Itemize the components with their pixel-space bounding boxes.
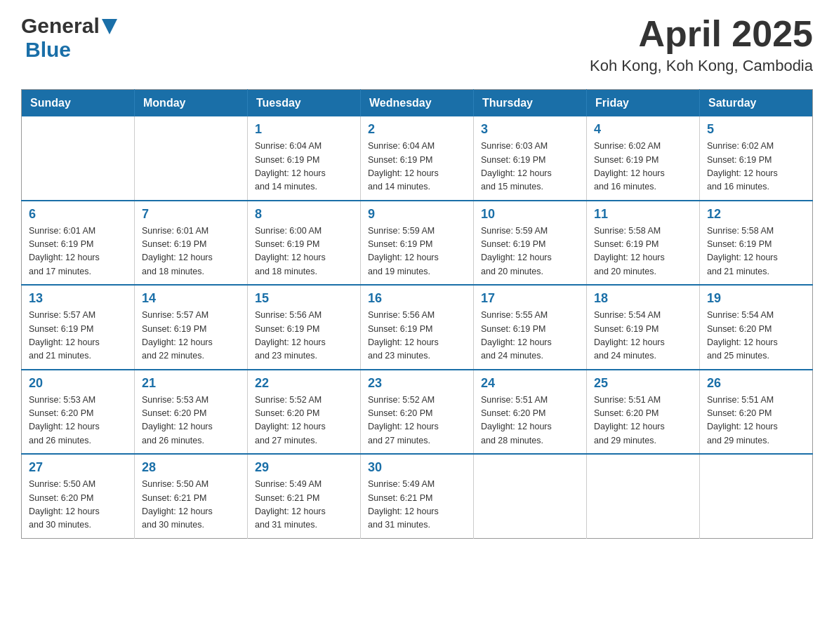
day-info: Sunrise: 5:56 AM Sunset: 6:19 PM Dayligh… <box>368 309 466 363</box>
calendar-cell: 19Sunrise: 5:54 AM Sunset: 6:20 PM Dayli… <box>700 285 813 370</box>
calendar-cell: 17Sunrise: 5:55 AM Sunset: 6:19 PM Dayli… <box>474 285 587 370</box>
day-info: Sunrise: 5:59 AM Sunset: 6:19 PM Dayligh… <box>368 224 466 279</box>
day-number: 28 <box>142 460 240 475</box>
weekday-header-thursday: Thursday <box>474 90 587 117</box>
day-number: 8 <box>255 207 353 222</box>
calendar-cell: 3Sunrise: 6:03 AM Sunset: 6:19 PM Daylig… <box>474 116 587 201</box>
day-number: 13 <box>29 291 127 306</box>
day-number: 29 <box>255 460 353 475</box>
day-info: Sunrise: 5:55 AM Sunset: 6:19 PM Dayligh… <box>481 309 579 363</box>
day-info: Sunrise: 6:00 AM Sunset: 6:19 PM Dayligh… <box>255 224 353 279</box>
day-number: 30 <box>368 460 466 475</box>
day-info: Sunrise: 5:59 AM Sunset: 6:19 PM Dayligh… <box>481 224 579 279</box>
calendar-cell: 29Sunrise: 5:49 AM Sunset: 6:21 PM Dayli… <box>248 454 361 538</box>
calendar-cell: 6Sunrise: 6:01 AM Sunset: 6:19 PM Daylig… <box>22 201 135 286</box>
day-number: 16 <box>368 291 466 306</box>
day-number: 6 <box>29 207 127 222</box>
svg-marker-0 <box>102 19 117 34</box>
day-number: 11 <box>594 207 692 222</box>
weekday-header-row: SundayMondayTuesdayWednesdayThursdayFrid… <box>22 90 813 117</box>
day-info: Sunrise: 6:02 AM Sunset: 6:19 PM Dayligh… <box>594 140 692 194</box>
calendar-cell: 18Sunrise: 5:54 AM Sunset: 6:19 PM Dayli… <box>587 285 700 370</box>
day-number: 20 <box>29 376 127 391</box>
calendar-cell: 16Sunrise: 5:56 AM Sunset: 6:19 PM Dayli… <box>361 285 474 370</box>
day-info: Sunrise: 6:03 AM Sunset: 6:19 PM Dayligh… <box>481 140 579 194</box>
day-number: 14 <box>142 291 240 306</box>
day-info: Sunrise: 6:04 AM Sunset: 6:19 PM Dayligh… <box>255 140 353 194</box>
calendar-cell: 12Sunrise: 5:58 AM Sunset: 6:19 PM Dayli… <box>700 201 813 286</box>
day-number: 19 <box>707 291 805 306</box>
day-info: Sunrise: 5:50 AM Sunset: 6:20 PM Dayligh… <box>29 478 127 532</box>
calendar-week-row: 6Sunrise: 6:01 AM Sunset: 6:19 PM Daylig… <box>22 201 813 286</box>
calendar-cell: 5Sunrise: 6:02 AM Sunset: 6:19 PM Daylig… <box>700 116 813 201</box>
calendar-cell: 25Sunrise: 5:51 AM Sunset: 6:20 PM Dayli… <box>587 370 700 455</box>
day-info: Sunrise: 5:58 AM Sunset: 6:19 PM Dayligh… <box>594 224 692 279</box>
day-info: Sunrise: 5:53 AM Sunset: 6:20 PM Dayligh… <box>29 394 127 448</box>
day-info: Sunrise: 5:53 AM Sunset: 6:20 PM Dayligh… <box>142 394 240 448</box>
day-info: Sunrise: 5:51 AM Sunset: 6:20 PM Dayligh… <box>594 394 692 448</box>
calendar-cell: 26Sunrise: 5:51 AM Sunset: 6:20 PM Dayli… <box>700 370 813 455</box>
weekday-header-friday: Friday <box>587 90 700 117</box>
logo-general-text: General <box>21 14 100 38</box>
day-info: Sunrise: 5:57 AM Sunset: 6:19 PM Dayligh… <box>29 309 127 363</box>
calendar-cell <box>22 116 135 201</box>
day-number: 25 <box>594 376 692 391</box>
day-info: Sunrise: 6:01 AM Sunset: 6:19 PM Dayligh… <box>142 224 240 279</box>
day-info: Sunrise: 5:51 AM Sunset: 6:20 PM Dayligh… <box>481 394 579 448</box>
calendar-cell: 21Sunrise: 5:53 AM Sunset: 6:20 PM Dayli… <box>135 370 248 455</box>
day-number: 27 <box>29 460 127 475</box>
calendar-cell: 8Sunrise: 6:00 AM Sunset: 6:19 PM Daylig… <box>248 201 361 286</box>
calendar-cell: 30Sunrise: 5:49 AM Sunset: 6:21 PM Dayli… <box>361 454 474 538</box>
calendar-cell: 20Sunrise: 5:53 AM Sunset: 6:20 PM Dayli… <box>22 370 135 455</box>
calendar-title: April 2025 <box>590 14 813 54</box>
calendar-cell: 27Sunrise: 5:50 AM Sunset: 6:20 PM Dayli… <box>22 454 135 538</box>
day-info: Sunrise: 5:52 AM Sunset: 6:20 PM Dayligh… <box>255 394 353 448</box>
day-info: Sunrise: 5:50 AM Sunset: 6:21 PM Dayligh… <box>142 478 240 532</box>
logo-blue-text: Blue <box>25 38 71 62</box>
day-info: Sunrise: 5:49 AM Sunset: 6:21 PM Dayligh… <box>255 478 353 532</box>
day-info: Sunrise: 5:58 AM Sunset: 6:19 PM Dayligh… <box>707 224 805 279</box>
title-section: April 2025 Koh Kong, Koh Kong, Cambodia <box>590 14 813 75</box>
day-number: 9 <box>368 207 466 222</box>
logo-triangle-icon <box>102 19 117 34</box>
day-number: 12 <box>707 207 805 222</box>
weekday-header-saturday: Saturday <box>700 90 813 117</box>
calendar-cell: 1Sunrise: 6:04 AM Sunset: 6:19 PM Daylig… <box>248 116 361 201</box>
calendar-cell: 10Sunrise: 5:59 AM Sunset: 6:19 PM Dayli… <box>474 201 587 286</box>
calendar-cell: 7Sunrise: 6:01 AM Sunset: 6:19 PM Daylig… <box>135 201 248 286</box>
calendar-cell: 9Sunrise: 5:59 AM Sunset: 6:19 PM Daylig… <box>361 201 474 286</box>
day-number: 1 <box>255 122 353 137</box>
day-info: Sunrise: 5:54 AM Sunset: 6:19 PM Dayligh… <box>594 309 692 363</box>
logo: General Blue <box>21 14 117 62</box>
weekday-header-wednesday: Wednesday <box>361 90 474 117</box>
calendar-week-row: 27Sunrise: 5:50 AM Sunset: 6:20 PM Dayli… <box>22 454 813 538</box>
day-number: 10 <box>481 207 579 222</box>
day-number: 24 <box>481 376 579 391</box>
day-info: Sunrise: 6:02 AM Sunset: 6:19 PM Dayligh… <box>707 140 805 194</box>
day-info: Sunrise: 5:54 AM Sunset: 6:20 PM Dayligh… <box>707 309 805 363</box>
calendar-cell: 2Sunrise: 6:04 AM Sunset: 6:19 PM Daylig… <box>361 116 474 201</box>
calendar-cell: 15Sunrise: 5:56 AM Sunset: 6:19 PM Dayli… <box>248 285 361 370</box>
day-info: Sunrise: 6:01 AM Sunset: 6:19 PM Dayligh… <box>29 224 127 279</box>
calendar-cell: 23Sunrise: 5:52 AM Sunset: 6:20 PM Dayli… <box>361 370 474 455</box>
calendar-week-row: 1Sunrise: 6:04 AM Sunset: 6:19 PM Daylig… <box>22 116 813 201</box>
day-number: 4 <box>594 122 692 137</box>
calendar-table: SundayMondayTuesdayWednesdayThursdayFrid… <box>21 89 813 539</box>
day-number: 5 <box>707 122 805 137</box>
calendar-cell <box>700 454 813 538</box>
calendar-week-row: 13Sunrise: 5:57 AM Sunset: 6:19 PM Dayli… <box>22 285 813 370</box>
page-header: General Blue April 2025 Koh Kong, Koh Ko… <box>21 14 813 75</box>
day-number: 17 <box>481 291 579 306</box>
day-number: 18 <box>594 291 692 306</box>
calendar-cell <box>135 116 248 201</box>
calendar-cell: 11Sunrise: 5:58 AM Sunset: 6:19 PM Dayli… <box>587 201 700 286</box>
day-info: Sunrise: 5:49 AM Sunset: 6:21 PM Dayligh… <box>368 478 466 532</box>
day-number: 2 <box>368 122 466 137</box>
day-number: 21 <box>142 376 240 391</box>
day-number: 15 <box>255 291 353 306</box>
weekday-header-sunday: Sunday <box>22 90 135 117</box>
calendar-cell: 13Sunrise: 5:57 AM Sunset: 6:19 PM Dayli… <box>22 285 135 370</box>
calendar-cell: 14Sunrise: 5:57 AM Sunset: 6:19 PM Dayli… <box>135 285 248 370</box>
day-number: 3 <box>481 122 579 137</box>
calendar-cell <box>587 454 700 538</box>
